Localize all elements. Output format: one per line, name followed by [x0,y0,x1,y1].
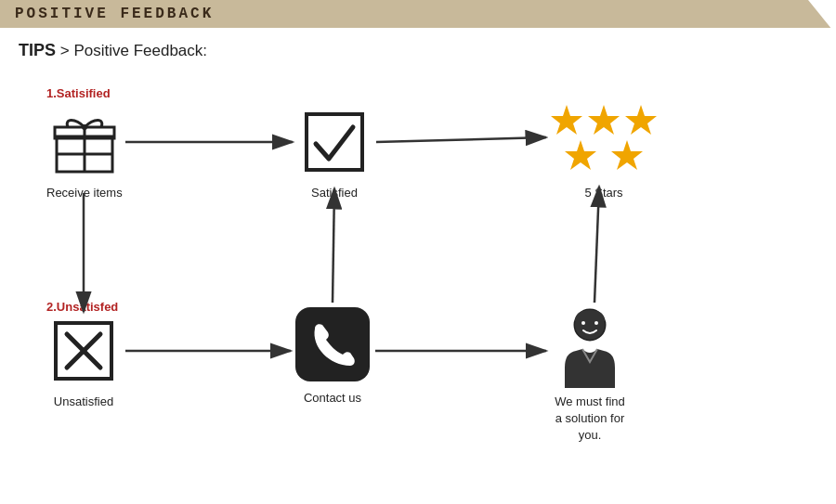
svg-marker-6 [551,105,582,135]
unsatisfied-label: Unsatisfied [54,394,113,410]
svg-point-18 [594,321,598,325]
node-satisfied: Satisfied [297,105,372,201]
tips-bold: TIPS [19,41,56,59]
diagram: 1.Satisified [28,77,808,467]
tips-text: Positive Feedback: [73,42,207,59]
contact-icon [293,304,372,384]
step1-label: 1.Satisified [46,86,111,100]
svg-marker-9 [565,140,596,170]
svg-line-24 [333,188,334,303]
node-solution: We must find a solution for you. [548,304,632,445]
solution-icon [548,304,632,388]
svg-point-17 [581,321,585,325]
node-unsatisfied: Unsatisfied [46,314,121,410]
tips-separator: > [60,42,74,59]
contact-label: Contact us [304,390,361,407]
unsatisfied-icon [46,314,121,388]
receive-label: Receive items [46,185,123,201]
step2-label: 2.Unsatisfed [46,300,118,314]
node-contact: Contact us [293,304,372,407]
five-stars-label: 5 Stars [584,185,622,201]
svg-point-4 [82,124,87,130]
arrows-svg [28,77,808,467]
node-five-stars: 5 Stars [548,96,660,201]
header-banner: POSITIVE FEEDBACK [0,0,836,28]
satisfied-icon [297,105,372,179]
solution-label: We must find a solution for you. [555,394,625,445]
node-receive: Receive items [46,105,123,201]
tips-line: TIPS > Positive Feedback: [0,28,836,68]
svg-line-26 [594,187,599,303]
svg-marker-8 [625,105,657,135]
svg-marker-7 [588,105,620,135]
svg-rect-14 [295,307,370,381]
svg-line-21 [376,137,546,142]
header-title: POSITIVE FEEDBACK [15,6,214,22]
svg-marker-10 [611,140,643,170]
page-container: POSITIVE FEEDBACK TIPS > Positive Feedba… [0,0,836,504]
diagram-area: 1.Satisified [0,68,836,476]
gift-icon [47,105,122,179]
stars-icon [548,96,660,179]
satisfied-label: Satisfied [311,185,358,201]
